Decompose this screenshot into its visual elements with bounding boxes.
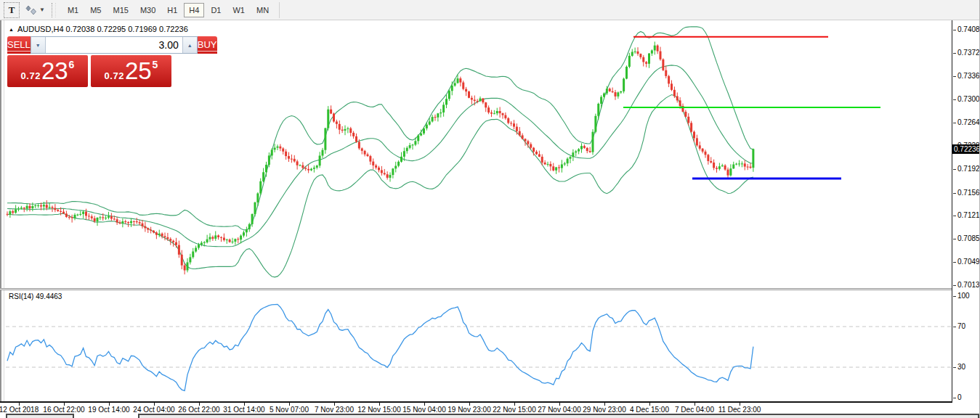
chart-title-text: AUDUSD,H4 0.72038 0.72295 0.71969 0.7223… [17,25,188,33]
timeframe-button-m1[interactable]: M1 [62,3,84,17]
volume-stepper: ▼ ▲ [31,36,198,54]
toolbar-grip[interactable] [52,3,56,17]
price-axis-label: 0.71920 [957,165,980,173]
volume-increase-button[interactable]: ▲ [182,37,197,53]
line-studies-icon [25,5,37,15]
price-axis-tick [953,169,956,170]
price-axis-tick [953,99,956,100]
time-axis-label: 22 Nov 15:00 [493,406,536,414]
rsi-level-label: 70 [957,323,965,330]
time-axis-label: 24 Oct 04:00 [133,406,174,414]
line-studies-button[interactable]: ▼ [23,4,47,17]
toolbar: T ▼ M1M5M15M30H1H4D1W1MN [0,0,979,20]
price-axis-tick [953,30,956,30]
terminal-chart-window: T ▼ M1M5M15M30H1H4D1W1MN ▲AUDUSD,H4 0.72… [0,0,980,418]
price-axis-tick [953,123,956,123]
buy-button[interactable]: BUY [198,36,217,54]
collapse-panel-icon[interactable]: ▲ [9,27,14,32]
toolbar-separator [279,2,280,18]
rsi-level-label: 0 [957,394,962,401]
time-axis-label: 4 Dec 15:00 [630,406,669,414]
timeframe-button-h4[interactable]: H4 [184,3,204,17]
price-axis-tick [953,285,956,286]
sell-price-pip: 6 [69,59,75,70]
price-axis-label: 0.70130 [957,282,980,289]
timeframe-button-h1[interactable]: H1 [162,3,182,17]
price-axis-label: 0.71210 [957,212,980,219]
buy-price-pip: 5 [153,59,158,70]
timeframe-button-w1[interactable]: W1 [227,3,250,17]
rsi-level-label: 100 [957,292,970,300]
price-axis-tick [953,216,956,216]
chevron-down-icon[interactable]: ▼ [39,7,45,13]
time-axis-label: 11 Dec 23:00 [718,406,761,414]
price-axis-label: 0.73720 [957,49,980,57]
time-axis-label: 31 Oct 14:00 [223,406,264,414]
sell-button[interactable]: SELL [7,36,31,54]
timeframe-button-m15[interactable]: M15 [108,3,133,17]
timeframe-button-m5[interactable]: M5 [85,3,106,17]
time-axis-label: 16 Oct 22:00 [43,406,84,414]
price-axis-label: 0.70850 [957,235,980,242]
one-click-trade-panel: SELL ▼ ▲ BUY 0.72 23 6 0.72 25 5 [7,36,171,87]
price-axis-label: 0.72640 [957,119,980,126]
price-axis-label: 0.71560 [957,189,980,197]
price-axis-tick [953,193,956,194]
chart-title: ▲AUDUSD,H4 0.72038 0.72295 0.71969 0.722… [9,25,188,33]
rsi-axis-tick [953,327,956,327]
triangle-up-icon: ▲ [187,43,193,48]
time-axis-label: 12 Nov 15:00 [357,406,401,414]
rsi-indicator-label: RSI(14) 49.4463 [9,292,62,300]
text-tool-button[interactable]: T [4,2,20,18]
timeframe-toolbar: M1M5M15M30H1H4D1W1MN [62,3,275,17]
rsi-axis-tick [953,398,956,398]
time-axis-label: 5 Nov 07:00 [270,406,309,414]
buy-price-prefix: 0.72 [105,70,124,81]
sell-price-big: 23 [41,58,68,84]
buy-price-big: 25 [125,58,152,84]
price-axis-label: 0.73000 [957,96,980,103]
rsi-level-label: 30 [957,364,965,371]
background-window-frame-right [138,414,979,418]
timeframe-button-m30[interactable]: M30 [135,3,161,17]
price-axis-tick [953,53,956,54]
price-axis-label: 0.70490 [957,258,980,266]
time-axis-label: 19 Nov 23:00 [448,406,491,414]
time-axis-label: 27 Nov 04:00 [538,406,581,414]
sell-button-label: SELL [7,39,31,52]
volume-input[interactable] [46,37,182,53]
time-axis-label: 15 Nov 04:00 [402,406,446,414]
sell-price-prefix: 0.72 [21,70,41,81]
rsi-axis-tick [953,296,956,297]
price-axis-label: 0.74080 [957,26,980,33]
price-axis[interactable]: 0.740800.737200.733600.730000.726400.722… [952,20,980,403]
buy-button-label: BUY [198,39,217,52]
background-window-frame-left [6,414,74,418]
time-axis-label: 7 Dec 04:00 [675,406,714,414]
rsi-axis-tick [953,367,956,368]
timeframe-button-mn[interactable]: MN [251,3,274,17]
current-price-tag: 0.72236 [952,144,980,154]
volume-decrease-button[interactable]: ▼ [31,37,46,53]
time-axis-label: 19 Oct 14:00 [88,406,129,414]
triangle-down-icon: ▼ [36,43,41,48]
time-axis-label: 7 Nov 23:00 [315,406,354,414]
buy-quote-button[interactable]: 0.72 25 5 [91,55,171,87]
price-axis-tick [953,239,956,239]
time-axis-label: 26 Oct 22:00 [178,406,219,414]
time-axis-label: 12 Oct 2018 [0,406,39,414]
time-axis-label: 29 Nov 23:00 [583,406,626,414]
price-axis-tick [953,262,956,263]
price-axis-tick [953,76,956,77]
timeframe-button-d1[interactable]: D1 [206,3,226,17]
price-axis-label: 0.73360 [957,73,980,80]
sell-quote-button[interactable]: 0.72 23 6 [7,55,88,87]
